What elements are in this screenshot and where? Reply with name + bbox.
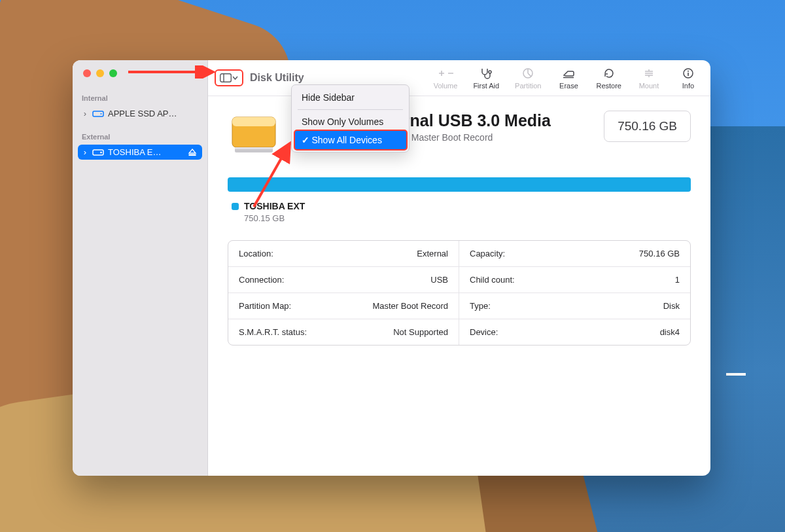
toolbar-label: Info (682, 82, 694, 90)
info-row: Type: Disk (459, 293, 690, 319)
toolbar-label: Restore (596, 82, 621, 90)
sidebar-item-external-disk[interactable]: › TOSHIBA E… (78, 145, 202, 160)
info-key: S.M.A.R.T. status: (239, 327, 307, 337)
first-aid-button[interactable]: First Aid (473, 67, 499, 90)
info-button[interactable]: Info (676, 67, 700, 90)
svg-rect-0 (93, 111, 103, 116)
info-row: Capacity: 750.16 GB (459, 241, 690, 267)
info-row: Child count: 1 (459, 267, 690, 293)
info-key: Location: (239, 249, 273, 258)
sidebar: Internal › APPLE SSD AP… External › TOSH… (73, 60, 208, 476)
chevron-right-icon: › (82, 109, 88, 118)
info-value: 1 (675, 275, 680, 285)
partition-button: Partition (515, 67, 541, 90)
toolbar: Disk Utility Volume First Aid (208, 60, 710, 96)
info-key: Child count: (470, 275, 515, 285)
plus-minus-icon (436, 67, 455, 80)
info-value: Disk (663, 301, 680, 311)
capacity-badge: 750.16 GB (604, 111, 691, 142)
zoom-window-button[interactable] (109, 69, 117, 77)
toolbar-label: Mount (639, 82, 659, 90)
info-key: Partition Map: (239, 301, 291, 311)
erase-icon (562, 67, 575, 80)
toolbar-label: Volume (434, 82, 458, 90)
svg-rect-14 (232, 117, 275, 126)
annotation-arrow (247, 138, 300, 210)
info-value: USB (430, 275, 448, 285)
info-value: Master Boot Record (372, 301, 448, 311)
info-value: Not Supported (393, 327, 448, 337)
restore-button[interactable]: Restore (596, 67, 621, 90)
mount-button: Mount (637, 67, 661, 90)
toolbar-label: Erase (559, 82, 578, 90)
info-value: External (417, 249, 448, 258)
info-row: Location: External (228, 241, 459, 267)
sidebar-item-internal-disk[interactable]: › APPLE SSD AP… (78, 106, 202, 121)
svg-point-3 (101, 152, 102, 153)
info-row: Partition Map: Master Boot Record (228, 293, 459, 319)
info-row: S.M.A.R.T. status: Not Supported (228, 319, 459, 345)
menu-show-only-volumes[interactable]: Show Only Volumes (295, 113, 406, 131)
menu-show-all-devices[interactable]: ✓ Show All Devices (294, 130, 408, 151)
svg-point-7 (489, 71, 491, 73)
minimize-window-button[interactable] (96, 69, 104, 77)
app-title: Disk Utility (250, 72, 304, 84)
restore-icon (603, 67, 615, 80)
toolbar-label: First Aid (473, 82, 499, 90)
volume-button: Volume (434, 67, 458, 90)
svg-rect-4 (189, 154, 196, 156)
menu-item-label: Show All Devices (312, 135, 382, 145)
info-icon (682, 67, 694, 80)
eject-icon[interactable] (188, 148, 198, 157)
info-key: Device: (470, 327, 498, 337)
svg-rect-12 (688, 73, 689, 76)
chevron-down-icon (232, 73, 238, 82)
wallpaper-boat (726, 373, 746, 376)
chevron-right-icon: › (82, 147, 88, 157)
checkmark-icon: ✓ (302, 135, 309, 145)
internal-disk-icon (92, 109, 104, 118)
mount-icon (643, 67, 655, 80)
menu-hide-sidebar[interactable]: Hide Sidebar (295, 88, 406, 107)
svg-point-11 (688, 70, 689, 71)
view-options-menu: Hide Sidebar Show Only Volumes ✓ Show Al… (291, 84, 410, 152)
info-row: Device: disk4 (459, 319, 690, 345)
annotation-arrow (128, 65, 226, 79)
info-key: Type: (470, 301, 491, 311)
info-key: Connection: (239, 275, 284, 285)
svg-line-18 (254, 143, 290, 207)
erase-button[interactable]: Erase (557, 67, 580, 90)
pie-icon (522, 67, 534, 80)
main-pane: Disk Utility Volume First Aid (208, 60, 710, 476)
disk-utility-window: Internal › APPLE SSD AP… External › TOSH… (73, 60, 710, 476)
external-disk-icon (92, 148, 104, 157)
sidebar-item-label: TOSHIBA E… (108, 147, 184, 157)
volume-size: 750.15 GB (244, 213, 691, 223)
menu-separator (298, 109, 403, 110)
legend-swatch (232, 203, 239, 210)
sidebar-section-internal: Internal (73, 84, 207, 105)
toolbar-label: Partition (515, 82, 541, 90)
close-window-button[interactable] (83, 69, 91, 77)
toolbar-items: Volume First Aid Partition (434, 67, 700, 90)
sidebar-section-external: External (73, 122, 207, 143)
sidebar-item-label: APPLE SSD AP… (108, 109, 198, 118)
info-key: Capacity: (470, 249, 505, 258)
stethoscope-icon (480, 67, 493, 80)
info-value: disk4 (660, 327, 680, 337)
svg-point-1 (101, 113, 102, 115)
info-value: 750.16 GB (639, 249, 680, 258)
info-row: Connection: USB (228, 267, 459, 293)
drive-info-table: Location: External Capacity: 750.16 GB C… (228, 240, 691, 346)
